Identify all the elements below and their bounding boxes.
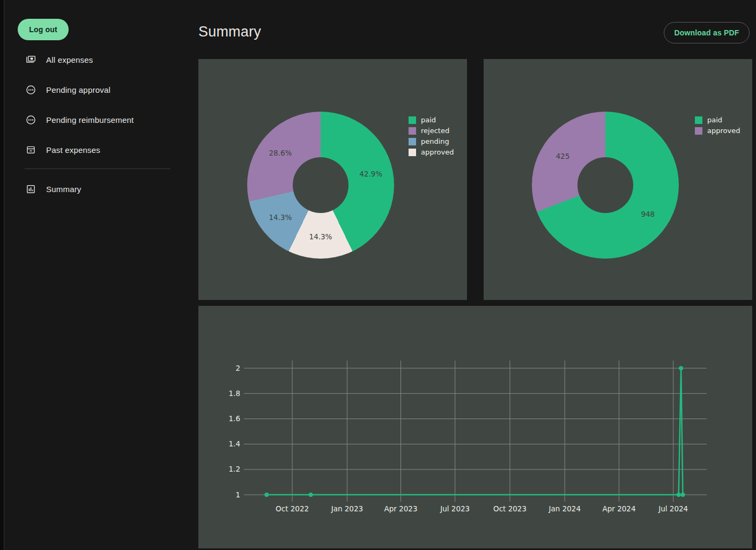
sidebar-item-past-expenses[interactable]: Past expenses	[25, 143, 100, 156]
legend-swatch	[409, 127, 416, 135]
y-tick-label: 1.2	[229, 465, 240, 473]
sidebar-item-label: Past expenses	[46, 145, 100, 155]
legend-item-approved[interactable]: approved	[695, 127, 740, 135]
y-tick-label: 2	[235, 364, 240, 372]
data-point-marker	[677, 493, 681, 497]
expense-dashboard: Log out All expenses Pending a	[0, 0, 756, 550]
y-tick-label: 1	[235, 490, 240, 499]
sidebar-item-pending-approval[interactable]: Pending approval	[25, 83, 110, 96]
legend-label: rejected	[421, 127, 449, 135]
legend-label: pending	[421, 137, 449, 145]
slice-label: 42.9%	[359, 170, 382, 178]
data-point-marker	[681, 493, 685, 497]
line-chart[interactable]: Oct 2022Jan 2023Apr 2023Jul 2023Oct 2023…	[198, 306, 752, 548]
sidebar: Log out All expenses Pending a	[5, 0, 192, 550]
page-title: Summary	[198, 24, 261, 40]
slice-label: 28.6%	[269, 149, 292, 157]
legend-swatch	[409, 116, 416, 124]
legend-item-paid[interactable]: paid	[409, 116, 454, 124]
x-tick-label: Oct 2023	[493, 504, 527, 513]
sidebar-divider	[25, 168, 171, 169]
x-tick-label: Jul 2023	[440, 504, 470, 513]
legend-swatch	[409, 138, 416, 145]
y-tick-label: 1.4	[229, 439, 240, 448]
legend-swatch	[409, 149, 416, 156]
chart-legend: paidrejectedpendingapproved	[409, 116, 454, 156]
legend-label: paid	[707, 116, 722, 124]
expenses-over-time-panel[interactable]: Oct 2022Jan 2023Apr 2023Jul 2023Oct 2023…	[198, 306, 752, 548]
x-tick-label: Apr 2023	[384, 504, 417, 513]
sidebar-item-label: Summary	[46, 185, 81, 194]
donut-hole	[293, 157, 349, 213]
x-tick-label: Jan 2023	[331, 504, 363, 513]
slice-label: 425	[556, 152, 570, 160]
legend-item-approved[interactable]: approved	[409, 148, 454, 156]
data-point-marker	[679, 366, 683, 370]
y-tick-label: 1.6	[229, 414, 240, 423]
legend-label: approved	[707, 127, 740, 135]
slice-label: 948	[641, 210, 655, 218]
slice-label: 14.3%	[269, 213, 292, 222]
x-tick-label: Jan 2024	[549, 504, 581, 513]
data-point-marker	[309, 493, 313, 497]
legend-item-paid[interactable]: paid	[695, 116, 740, 124]
legend-swatch	[695, 116, 702, 124]
logout-button[interactable]: Log out	[18, 19, 69, 40]
bar-chart-icon	[25, 184, 36, 195]
pending-icon	[25, 114, 36, 126]
legend-label: approved	[421, 148, 454, 156]
donut-hole	[577, 157, 633, 213]
x-tick-label: Jul 2024	[658, 504, 688, 513]
download-pdf-button[interactable]: Download as PDF	[664, 22, 750, 43]
archive-icon	[25, 144, 36, 156]
banknote-icon	[25, 54, 36, 65]
x-tick-label: Oct 2022	[276, 504, 309, 513]
sidebar-item-label: Pending approval	[46, 85, 110, 94]
chart-legend: paidapproved	[695, 116, 740, 135]
legend-item-pending[interactable]: pending	[409, 137, 454, 145]
legend-label: paid	[421, 116, 436, 124]
line-series	[266, 368, 683, 495]
sidebar-item-all-expenses[interactable]: All expenses	[25, 53, 93, 66]
sidebar-item-label: Pending reimbursement	[46, 115, 134, 124]
legend-item-rejected[interactable]: rejected	[409, 127, 454, 135]
status-share-donut-panel[interactable]: paidrejectedpendingapproved 42.9%14.3%14…	[198, 59, 467, 300]
pending-icon	[25, 84, 36, 96]
sidebar-item-summary[interactable]: Summary	[25, 182, 81, 195]
legend-swatch	[695, 127, 702, 135]
slice-label: 14.3%	[309, 232, 332, 241]
y-tick-label: 1.8	[229, 389, 240, 398]
sidebar-item-label: All expenses	[46, 55, 93, 64]
x-tick-label: Apr 2024	[603, 504, 636, 513]
amount-donut-panel[interactable]: paidapproved 948425	[484, 59, 752, 300]
sidebar-item-pending-reimbursement[interactable]: Pending reimbursement	[25, 113, 134, 126]
left-rail	[0, 0, 4, 550]
data-point-marker	[264, 493, 269, 497]
